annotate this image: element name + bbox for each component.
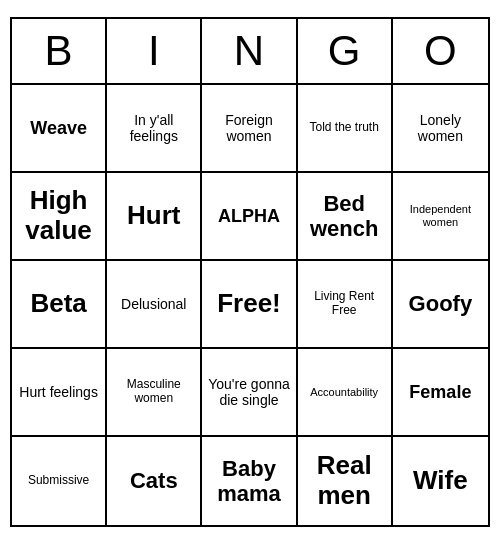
cell-text: Female [409,382,471,403]
bingo-cell: In y'all feelings [107,85,202,173]
cell-text: Accountability [310,386,378,399]
bingo-cell: Wife [393,437,488,525]
bingo-cell: Weave [12,85,107,173]
bingo-cell: ALPHA [202,173,297,261]
bingo-header: BINGO [12,19,488,85]
cell-text: Wife [413,466,468,496]
cell-text: In y'all feelings [111,112,196,144]
cell-text: Baby mama [206,456,291,507]
header-letter: N [202,19,297,83]
cell-text: Real men [302,451,387,511]
bingo-cell: Real men [298,437,393,525]
cell-text: Goofy [409,291,473,316]
cell-text: Lonely women [397,112,484,144]
cell-text: Delusional [121,296,186,312]
bingo-cell: Told the truth [298,85,393,173]
bingo-cell: Hurt feelings [12,349,107,437]
bingo-cell: Accountability [298,349,393,437]
cell-text: High value [16,186,101,246]
bingo-cell: Beta [12,261,107,349]
cell-text: Foreign women [206,112,291,144]
bingo-cell: Living Rent Free [298,261,393,349]
cell-text: Cats [130,468,178,493]
bingo-cell: Cats [107,437,202,525]
bingo-cell: You're gonna die single [202,349,297,437]
cell-text: You're gonna die single [206,376,291,408]
bingo-card: BINGO WeaveIn y'all feelingsForeign wome… [10,17,490,527]
bingo-cell: Foreign women [202,85,297,173]
bingo-cell: Hurt [107,173,202,261]
cell-text: Beta [30,289,86,319]
bingo-cell: Submissive [12,437,107,525]
bingo-cell: High value [12,173,107,261]
bingo-cell: Lonely women [393,85,488,173]
header-letter: G [298,19,393,83]
cell-text: Hurt feelings [19,384,98,400]
cell-text: Hurt [127,201,180,231]
bingo-cell: Free! [202,261,297,349]
cell-text: Masculine women [111,378,196,406]
bingo-cell: Goofy [393,261,488,349]
bingo-cell: Masculine women [107,349,202,437]
cell-text: ALPHA [218,206,280,227]
header-letter: O [393,19,488,83]
bingo-cell: Delusional [107,261,202,349]
bingo-cell: Female [393,349,488,437]
cell-text: Weave [30,118,87,139]
bingo-cell: Independent women [393,173,488,261]
cell-text: Bed wench [302,191,387,242]
cell-text: Independent women [397,203,484,228]
bingo-cell: Baby mama [202,437,297,525]
cell-text: Submissive [28,474,89,488]
cell-text: Living Rent Free [302,290,387,318]
header-letter: B [12,19,107,83]
cell-text: Told the truth [310,121,379,135]
header-letter: I [107,19,202,83]
bingo-cell: Bed wench [298,173,393,261]
cell-text: Free! [217,289,281,319]
bingo-grid: WeaveIn y'all feelingsForeign womenTold … [12,85,488,525]
